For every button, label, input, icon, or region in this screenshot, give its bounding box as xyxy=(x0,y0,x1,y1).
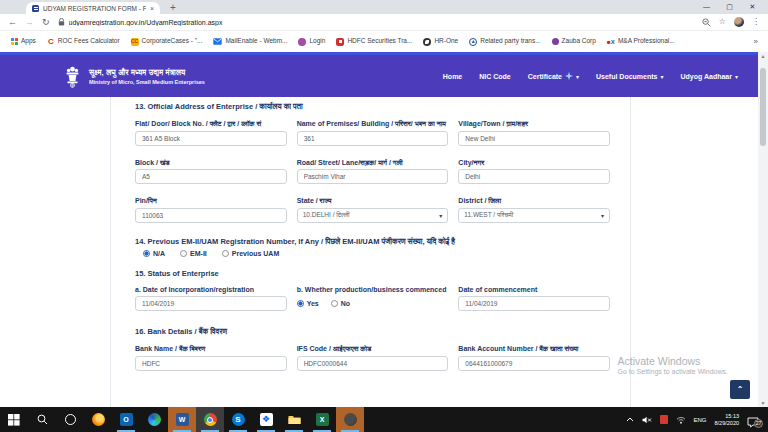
scrollbar-thumb[interactable] xyxy=(760,68,766,146)
cortana-icon xyxy=(65,414,76,425)
taskbar-clock[interactable]: 15:13 8/29/2020 xyxy=(715,413,739,427)
back-icon[interactable]: ← xyxy=(8,18,17,27)
taskbar-word[interactable]: W xyxy=(168,407,196,432)
block-input[interactable] xyxy=(135,169,287,184)
bookmark-corporatecases[interactable]: CC CorporateCases - "... xyxy=(131,38,203,46)
radio-na[interactable]: N/A xyxy=(143,250,165,257)
field-state: State / राज्य 10.DELHI / दिल्ली▾ xyxy=(297,197,449,223)
section-14-title: 14. Previous EM-II/UAM Registration Numb… xyxy=(135,237,610,246)
field-ifs-code: IFS Code / आईएफएस कोड xyxy=(297,345,449,371)
section-16-title: 16. Bank Details / बैंक विवरण xyxy=(135,327,610,336)
taskbar-app[interactable] xyxy=(336,407,364,432)
omnibox[interactable]: udyamregistration.gov.in/UdyamRegistrati… xyxy=(58,18,694,26)
city-input[interactable] xyxy=(458,169,610,184)
commencement-date-input[interactable] xyxy=(458,296,610,311)
field-block: Block / खंड xyxy=(135,159,287,185)
profile-avatar[interactable] xyxy=(734,17,744,27)
bookmark-mailenable[interactable]: MailEnable - Webm... xyxy=(213,38,287,45)
ministry-name-hindi: सूक्ष्म, लघु और मध्यम उद्यम मंत्रालय xyxy=(89,68,205,78)
taskbar-search-button[interactable] xyxy=(28,407,56,432)
form-card: 13. Official Address of Enterprise / कार… xyxy=(110,97,631,407)
page-scrollbar[interactable]: ▲ ▼ xyxy=(758,52,768,407)
radio-emii[interactable]: EM-II xyxy=(180,250,207,257)
scroll-down-icon[interactable]: ▼ xyxy=(761,399,766,407)
taskbar-edge[interactable] xyxy=(140,407,168,432)
pin-input[interactable] xyxy=(135,208,287,223)
tab-close-icon[interactable]: × xyxy=(150,5,154,12)
village-label: Village/Town / ग्राम/शहर xyxy=(458,120,610,129)
taskbar-dropbox[interactable]: ❖ xyxy=(252,407,280,432)
bookmark-hr-one[interactable]: HR-One xyxy=(423,38,458,46)
scroll-up-icon[interactable]: ▲ xyxy=(761,52,766,60)
minimize-button[interactable]: — xyxy=(695,0,718,13)
radio-icon xyxy=(331,300,338,307)
field-incorporation-date: a. Date of Incorporation/registration xyxy=(135,286,287,312)
premises-input[interactable] xyxy=(297,131,449,146)
bookmarks-overflow-icon[interactable]: » xyxy=(754,37,758,46)
tray-chevron-up-icon[interactable] xyxy=(626,417,634,422)
ministry-title: सूक्ष्म, लघु और मध्यम उद्यम मंत्रालय Min… xyxy=(89,68,205,85)
nav-udyog-aadhaar[interactable]: Udyog Aadhaar▾ xyxy=(681,73,739,80)
chevron-down-icon: ▾ xyxy=(660,74,663,80)
tab-title: UDYAM REGISTRATION FORM - F xyxy=(43,5,146,12)
cortana-button[interactable] xyxy=(56,407,84,432)
chevron-down-icon: ▾ xyxy=(735,74,738,80)
district-select[interactable]: 11.WEST / पश्चिमी▾ xyxy=(458,208,610,223)
zoom-icon[interactable] xyxy=(702,18,711,27)
forward-icon[interactable]: → xyxy=(25,18,34,27)
bank-name-input[interactable] xyxy=(135,356,287,371)
bookmark-login[interactable]: Login xyxy=(298,38,325,46)
volume-muted-icon[interactable] xyxy=(642,416,652,424)
nav-nic-code[interactable]: NIC Code xyxy=(479,73,511,80)
state-select[interactable]: 10.DELHI / दिल्ली▾ xyxy=(297,208,449,223)
word-icon: W xyxy=(176,413,189,426)
taskbar-chrome[interactable] xyxy=(196,407,224,432)
browser-menu-icon[interactable]: ⋮ xyxy=(752,18,760,26)
bookmark-roc-fees[interactable]: C ROC Fees Calculator xyxy=(47,38,120,46)
nav-useful-documents[interactable]: Useful Documents▾ xyxy=(596,73,663,80)
commenced-radios: Yes No xyxy=(297,300,449,307)
field-premises: Name of Premises/ Building / परिसर/ भवन … xyxy=(297,120,449,146)
taskbar-file-explorer[interactable] xyxy=(280,407,308,432)
address-row-1: Flat/ Door/ Block No. / फ्लैट / द्वार / … xyxy=(135,120,610,146)
taskbar-excel[interactable]: X xyxy=(308,407,336,432)
antivirus-tray-icon[interactable] xyxy=(660,415,668,424)
chevron-down-icon: ▾ xyxy=(601,212,604,219)
account-number-input[interactable] xyxy=(458,356,610,371)
network-icon[interactable] xyxy=(676,416,686,424)
action-center-button[interactable]: 27 xyxy=(747,414,760,426)
field-commenced: b. Whether production/business commenced… xyxy=(297,286,449,308)
flat-input[interactable] xyxy=(135,131,287,146)
chevron-down-icon: ▾ xyxy=(439,212,442,219)
field-city: City/नगर xyxy=(458,159,610,185)
bookmark-ma-professional[interactable]: ■X M&A Professional... xyxy=(607,38,675,46)
nav-certificate[interactable]: Certificate ▾ xyxy=(528,72,579,80)
start-button[interactable] xyxy=(0,407,28,432)
reload-icon[interactable]: ↻ xyxy=(42,18,50,27)
new-tab-button[interactable]: + xyxy=(170,3,176,13)
maximize-button[interactable]: ▢ xyxy=(718,0,741,13)
browser-tab[interactable]: UDYAM REGISTRATION FORM - F × xyxy=(26,2,160,14)
village-input[interactable] xyxy=(458,131,610,146)
nav-home[interactable]: Home xyxy=(443,73,462,80)
bookmark-star-icon[interactable]: ☆ xyxy=(719,18,726,26)
bookmark-zauba-corp[interactable]: Zauba Corp xyxy=(552,38,596,45)
radio-yes[interactable]: Yes xyxy=(297,300,319,307)
district-label: District / जिला xyxy=(458,197,610,206)
bookmark-apps[interactable]: Apps xyxy=(10,38,36,46)
taskbar-skype[interactable]: S xyxy=(224,407,252,432)
road-input[interactable] xyxy=(297,169,449,184)
radio-no[interactable]: No xyxy=(331,300,350,307)
taskbar-firefox[interactable] xyxy=(84,407,112,432)
section-15-title: 15. Status of Enterprise xyxy=(135,269,610,278)
radio-previous-uam[interactable]: Previous UAM xyxy=(222,250,279,257)
incorporation-date-input[interactable] xyxy=(135,296,287,311)
close-button[interactable]: ✕ xyxy=(741,0,764,13)
taskbar-outlook[interactable]: O xyxy=(112,407,140,432)
address-row-3: Pin/पिन State / राज्य 10.DELHI / दिल्ली▾… xyxy=(135,197,610,223)
language-indicator[interactable]: ENG xyxy=(694,417,707,423)
bookmark-hdfc-securities[interactable]: HDFC Securities Tra... xyxy=(336,38,412,46)
bookmark-related-party[interactable]: ▲ Related party trans... xyxy=(469,38,540,46)
ifs-code-input[interactable] xyxy=(297,356,449,371)
scroll-to-top-button[interactable]: ⌃ xyxy=(730,380,750,399)
